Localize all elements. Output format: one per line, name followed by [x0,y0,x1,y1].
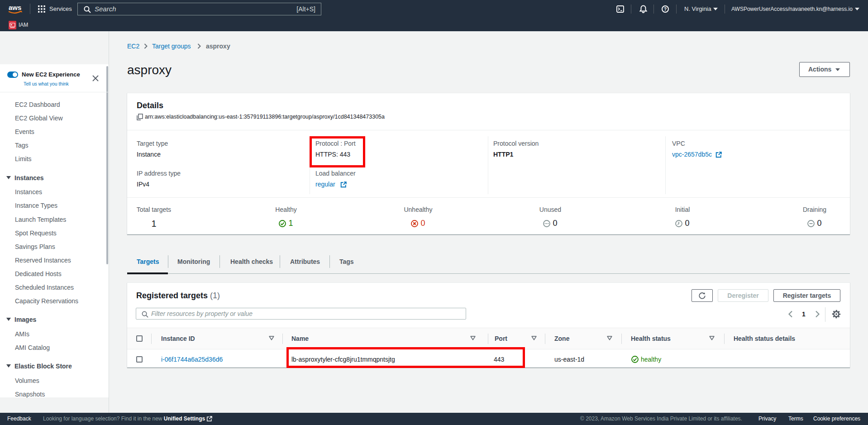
svg-text:?: ? [664,7,667,12]
svg-text:aws: aws [9,4,21,11]
